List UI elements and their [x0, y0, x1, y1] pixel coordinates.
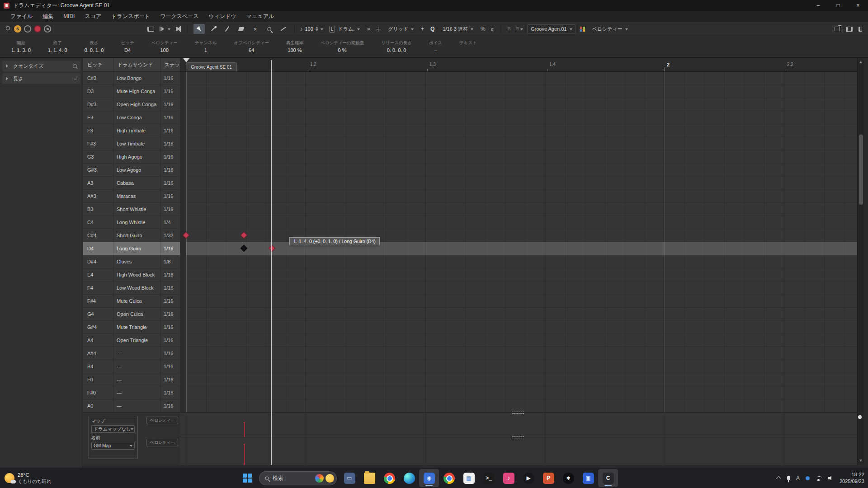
drum-row[interactable]: A#4---1/16	[83, 347, 180, 360]
drum-row[interactable]: F#0---1/16	[83, 386, 180, 399]
sidebar-section[interactable]: 長さ≡	[2, 73, 80, 84]
drum-row[interactable]: G#3Low Agogo1/16	[83, 164, 180, 177]
drum-row[interactable]: F4Low Wood Block1/16	[83, 282, 180, 295]
length-combo[interactable]: L ドラム.	[326, 24, 363, 34]
mute-tool[interactable]: ×	[250, 24, 261, 34]
line-tool[interactable]	[278, 24, 289, 34]
drum-row[interactable]: F#4Mute Cuica1/16	[83, 295, 180, 308]
grid-row[interactable]	[180, 111, 857, 124]
drum-map-select[interactable]: ドラムマップなし	[91, 425, 135, 433]
minimize-button[interactable]: –	[808, 0, 828, 11]
infoline-field[interactable]: 再生確率100 %	[278, 36, 312, 57]
insert-velocity-control[interactable]: ♪ 100	[300, 25, 323, 33]
weather-widget[interactable]: 28°C くもりのち晴れ	[5, 468, 52, 488]
grid-row[interactable]	[180, 242, 857, 255]
grid-row[interactable]	[180, 386, 857, 399]
column-header-snap[interactable]: スナップ	[160, 58, 180, 71]
lane-label-2[interactable]: ベロシティー	[146, 439, 178, 446]
grid-row[interactable]	[180, 334, 857, 347]
lane-2[interactable]	[180, 437, 857, 465]
infoline-field[interactable]: 開始1. 1. 3. 0	[3, 36, 39, 57]
quantize-button[interactable]: Q	[428, 26, 437, 32]
grid-row[interactable]	[180, 177, 857, 190]
drum-row[interactable]: A0---1/16	[83, 399, 180, 413]
taskbar-app-terminal[interactable]: >_	[479, 469, 499, 487]
grid-type-combo[interactable]: グリッド	[385, 24, 417, 34]
trim-tool[interactable]	[222, 24, 233, 34]
volume-icon[interactable]	[828, 476, 834, 481]
lane-resize-handle[interactable]	[512, 436, 524, 438]
iterative-quantize-button[interactable]: %	[479, 24, 487, 34]
drum-row[interactable]: F#3Low Timbale1/16	[83, 137, 180, 150]
grid-row[interactable]	[180, 321, 857, 334]
grid-row[interactable]	[180, 85, 857, 98]
taskbar-app-snipping-tool[interactable]: ◉	[419, 469, 439, 487]
event-colors-button[interactable]	[579, 24, 586, 34]
drum-row[interactable]: G#4Mute Triangle1/16	[83, 321, 180, 334]
column-header-pitch[interactable]: ピッチ	[83, 58, 113, 71]
menu-item[interactable]: 編集	[38, 11, 58, 22]
pin-button[interactable]	[5, 24, 11, 34]
drum-row[interactable]: D#4Claves1/8	[83, 255, 180, 268]
drum-row[interactable]: C#4Short Guiro1/32	[83, 229, 180, 242]
snap-type-button[interactable]: +	[420, 24, 425, 34]
vertical-scrollbar[interactable]	[857, 58, 864, 465]
taskbar-app-chrome-profile[interactable]	[439, 469, 459, 487]
drum-row[interactable]: G4Open Cuica1/16	[83, 308, 180, 321]
infoline-field[interactable]: リリースの長さ0. 0. 0. 0	[373, 36, 420, 57]
solo-editor-button[interactable]: S	[14, 25, 21, 33]
menu-item[interactable]: スコア	[80, 11, 106, 22]
grid-row[interactable]	[180, 72, 857, 85]
lane-resize-handle[interactable]	[512, 412, 524, 414]
grid-row[interactable]	[180, 216, 857, 229]
drum-row[interactable]: D#3Open High Conga1/16	[83, 98, 180, 111]
velocity-bar[interactable]	[244, 444, 245, 465]
lanes-button[interactable]: ≡	[506, 24, 512, 34]
infoline-field[interactable]: ボイス–	[420, 36, 451, 57]
infoline-field[interactable]: 終了1. 1. 4. 0	[39, 36, 76, 57]
infoline-field[interactable]: オフベロシティー64	[225, 36, 278, 57]
right-zone-button[interactable]	[857, 24, 863, 34]
taskbar-app-chatgpt[interactable]: ∗	[558, 469, 578, 487]
taskbar-app-powerpoint[interactable]: P	[538, 469, 558, 487]
drum-row[interactable]: B4---1/16	[83, 360, 180, 373]
menu-item[interactable]: MIDI	[58, 11, 80, 22]
scroll-up-arrow[interactable]	[859, 60, 862, 63]
grid-row[interactable]	[180, 399, 857, 413]
infoline-field[interactable]: チャンネル1	[186, 36, 226, 57]
velocity-bar[interactable]	[244, 422, 245, 437]
acoustic-feedback-button[interactable]	[175, 24, 182, 34]
quantize-panel-button[interactable]: e	[490, 24, 495, 34]
start-button[interactable]	[238, 469, 256, 487]
loop-button[interactable]	[44, 25, 51, 33]
erase-tool[interactable]	[236, 24, 247, 34]
lane-1[interactable]	[180, 413, 857, 437]
drum-row[interactable]: F0---1/16	[83, 373, 180, 386]
infoline-field[interactable]: ピッチD4	[112, 36, 142, 57]
taskbar-app-display-app[interactable]: ▭	[340, 469, 359, 487]
drum-row[interactable]: G3High Agogo1/16	[83, 150, 180, 164]
infoline-field[interactable]: 長さ0. 0. 1. 0	[76, 36, 113, 57]
part-combo[interactable]: Groove Agen.01	[527, 24, 576, 34]
drum-row[interactable]: C4Long Whistle1/4	[83, 216, 180, 229]
taskbar-app-cubase[interactable]: C	[598, 469, 618, 487]
part-tab[interactable]: Groove Agent SE 01	[186, 62, 237, 72]
menu-item[interactable]: ウィンドウ	[203, 11, 241, 22]
note-grid[interactable]	[180, 72, 857, 413]
drum-row[interactable]: A4Open Triangle1/16	[83, 334, 180, 347]
stepper-icon[interactable]	[316, 25, 318, 33]
zoom-handle[interactable]	[858, 415, 862, 419]
taskbar-app-music-app[interactable]: ♪	[499, 469, 519, 487]
clock[interactable]: 18:22 2025/09/23	[840, 471, 864, 484]
taskbar-app-chrome[interactable]	[379, 469, 399, 487]
grid-row[interactable]	[180, 360, 857, 373]
part-start-marker[interactable]	[183, 58, 189, 62]
drum-row[interactable]: A#3Maracas1/16	[83, 190, 180, 203]
grid-row[interactable]	[180, 229, 857, 242]
menu-item[interactable]: ワークスペース	[155, 11, 203, 22]
grid-row[interactable]	[180, 164, 857, 177]
grid-row[interactable]	[180, 295, 857, 308]
wifi-icon[interactable]	[816, 476, 822, 481]
column-header-sound[interactable]: ドラムサウンド	[113, 58, 160, 71]
map-name-select[interactable]: GM Map	[91, 442, 135, 450]
